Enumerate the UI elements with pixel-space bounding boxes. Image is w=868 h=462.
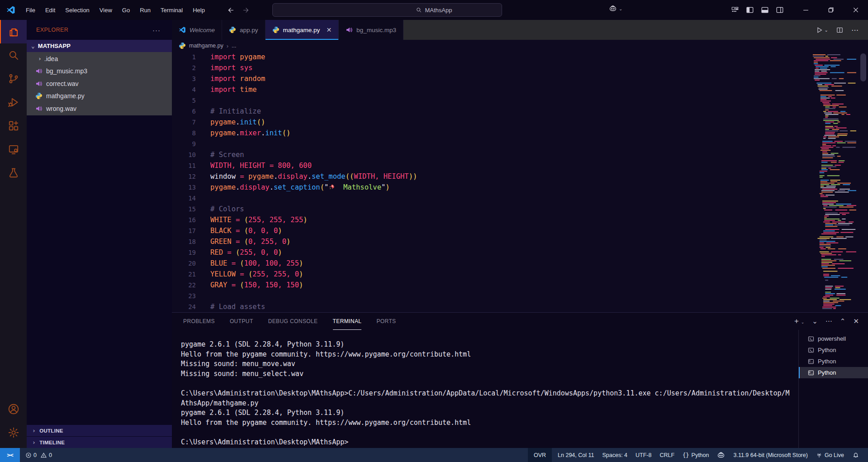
- file-correct.wav[interactable]: correct.wav: [27, 77, 172, 90]
- terminal-instance-python[interactable]: Python: [799, 344, 868, 356]
- menu-help[interactable]: Help: [188, 4, 210, 16]
- panel-tab-debug-console[interactable]: DEBUG CONSOLE: [268, 313, 318, 330]
- breadcrumb-more[interactable]: ...: [232, 43, 236, 49]
- split-editor-icon[interactable]: [836, 26, 844, 34]
- timeline-section[interactable]: › TIMELINE: [27, 437, 172, 448]
- remote-indicator[interactable]: ><: [0, 448, 20, 462]
- code-line[interactable]: 14: [172, 193, 868, 204]
- problems-indicator[interactable]: 0 0: [25, 452, 52, 458]
- code-line[interactable]: 6# Initialize: [172, 106, 868, 117]
- sidebar-more-icon[interactable]: ···: [152, 26, 161, 34]
- close-panel-icon[interactable]: ✕: [853, 317, 859, 325]
- minimize-button[interactable]: [793, 0, 818, 20]
- folder-.idea[interactable]: ›.idea: [27, 52, 172, 65]
- activitybar-source-control[interactable]: [0, 67, 27, 90]
- code-line[interactable]: 19RED = (255, 0, 0): [172, 247, 868, 258]
- indentation[interactable]: Spaces: 4: [598, 448, 631, 462]
- panel-tab-output[interactable]: OUTPUT: [230, 313, 253, 330]
- menu-go[interactable]: Go: [117, 4, 135, 16]
- nav-back-icon[interactable]: [227, 6, 235, 14]
- outline-section[interactable]: › OUTLINE: [27, 425, 172, 436]
- activitybar-accounts[interactable]: [0, 397, 27, 421]
- copilot-menu[interactable]: ⌄: [609, 5, 622, 13]
- toggle-panel-icon[interactable]: [761, 6, 769, 14]
- activitybar-extensions[interactable]: [0, 114, 27, 138]
- code-line[interactable]: 23: [172, 291, 868, 301]
- menu-selection[interactable]: Selection: [60, 4, 94, 16]
- tab-Welcome[interactable]: Welcome: [172, 20, 222, 40]
- code-line[interactable]: 18GREEN = (0, 255, 0): [172, 236, 868, 247]
- activitybar-settings[interactable]: [0, 421, 27, 444]
- code-line[interactable]: 15# Colors: [172, 204, 868, 214]
- cursor-position[interactable]: Ln 294, Col 11: [554, 448, 598, 462]
- activitybar-remote-explorer[interactable]: [0, 138, 27, 161]
- code-line[interactable]: 5: [172, 95, 868, 106]
- file-mathgame.py[interactable]: mathgame.py: [27, 90, 172, 103]
- editor-scrollbar-thumb[interactable]: [860, 53, 866, 81]
- panel-tab-problems[interactable]: PROBLEMS: [183, 313, 215, 330]
- code-line[interactable]: 8pygame.mixer.init(): [172, 128, 868, 138]
- code-line[interactable]: 13pygame.display.set_caption(" Mathsolve…: [172, 182, 868, 193]
- code-line[interactable]: 20BLUE = (100, 100, 255): [172, 258, 868, 269]
- tab-app.py[interactable]: app.py: [222, 20, 266, 40]
- code-line[interactable]: 3import random: [172, 73, 868, 84]
- code-line[interactable]: 4import time: [172, 84, 868, 95]
- code-line[interactable]: 1import pygame: [172, 52, 868, 62]
- nav-forward-icon[interactable]: [242, 6, 250, 14]
- code-line[interactable]: 24# Load assets: [172, 301, 868, 312]
- close-tab-icon[interactable]: ✕: [326, 26, 332, 33]
- toggle-secondary-sidebar-icon[interactable]: [776, 6, 784, 14]
- copilot-status[interactable]: [713, 448, 729, 462]
- breadcrumb[interactable]: mathgame.py › ...: [172, 40, 868, 52]
- code-line[interactable]: 16WHITE = (255, 255, 255): [172, 214, 868, 225]
- new-terminal-icon[interactable]: + ⌄: [794, 317, 804, 326]
- python-interpreter[interactable]: 3.11.9 64-bit (Microsoft Store): [729, 448, 811, 462]
- terminal-instance-python[interactable]: C:\Python: [799, 356, 868, 367]
- code-line[interactable]: 10# Screen: [172, 149, 868, 160]
- more-actions-icon[interactable]: ⋯: [851, 26, 859, 34]
- breadcrumb-file[interactable]: mathgame.py: [189, 43, 223, 49]
- code-line[interactable]: 11WIDTH, HEIGHT = 800, 600: [172, 160, 868, 171]
- file-wrong.wav[interactable]: wrong.wav: [27, 102, 172, 115]
- minimap[interactable]: [811, 52, 856, 312]
- go-live[interactable]: Go Live: [812, 448, 848, 462]
- maximize-panel-icon[interactable]: ⌃: [840, 317, 846, 325]
- activitybar-search[interactable]: [0, 43, 27, 67]
- notifications[interactable]: [848, 448, 863, 462]
- menu-edit[interactable]: Edit: [40, 4, 60, 16]
- restore-button[interactable]: [818, 0, 843, 20]
- code-line[interactable]: 12window = pygame.display.set_mode((WIDT…: [172, 171, 868, 182]
- tab-mathgame.py[interactable]: mathgame.py✕: [266, 20, 339, 40]
- run-python-button[interactable]: ⌄: [816, 26, 828, 34]
- menu-file[interactable]: File: [21, 4, 40, 16]
- code-line[interactable]: 2import sys: [172, 62, 868, 73]
- tab-bg_music.mp3[interactable]: bg_music.mp3: [339, 20, 403, 40]
- code-line[interactable]: 17BLACK = (0, 0, 0): [172, 225, 868, 236]
- terminal-instance-python[interactable]: C:\Python: [799, 367, 868, 378]
- panel-tab-ports[interactable]: PORTS: [376, 313, 396, 330]
- code-editor[interactable]: 1import pygame2import sys3import random4…: [172, 52, 868, 312]
- terminal-output[interactable]: pygame 2.6.1 (SDL 2.28.4, Python 3.11.9)…: [172, 330, 798, 448]
- terminal-instance-powershell[interactable]: powershell: [799, 333, 868, 344]
- code-line[interactable]: 22GRAY = (150, 150, 150): [172, 280, 868, 291]
- menu-terminal[interactable]: Terminal: [156, 4, 188, 16]
- layout-customize-icon[interactable]: [731, 6, 739, 14]
- code-line[interactable]: 21YELLOW = (255, 255, 0): [172, 269, 868, 280]
- activitybar-run-and-debug[interactable]: [0, 90, 27, 114]
- code-line[interactable]: 7pygame.init(): [172, 117, 868, 128]
- language-mode[interactable]: {}Python: [678, 448, 713, 462]
- menu-view[interactable]: View: [95, 4, 117, 16]
- terminal-dropdown-icon[interactable]: ⌄: [812, 317, 818, 325]
- activitybar-testing[interactable]: [0, 161, 27, 185]
- file-bg_music.mp3[interactable]: bg_music.mp3: [27, 65, 172, 78]
- command-center-search[interactable]: MAthsApp: [272, 3, 502, 17]
- panel-tab-terminal[interactable]: TERMINAL: [333, 313, 362, 330]
- activitybar-explorer[interactable]: [0, 20, 27, 43]
- encoding[interactable]: UTF-8: [631, 448, 655, 462]
- menu-run[interactable]: Run: [135, 4, 156, 16]
- close-button[interactable]: [843, 0, 868, 20]
- code-line[interactable]: 9: [172, 138, 868, 149]
- eol[interactable]: CRLF: [655, 448, 678, 462]
- toggle-sidebar-icon[interactable]: [746, 6, 754, 14]
- more-actions-icon[interactable]: ⋯: [825, 317, 832, 325]
